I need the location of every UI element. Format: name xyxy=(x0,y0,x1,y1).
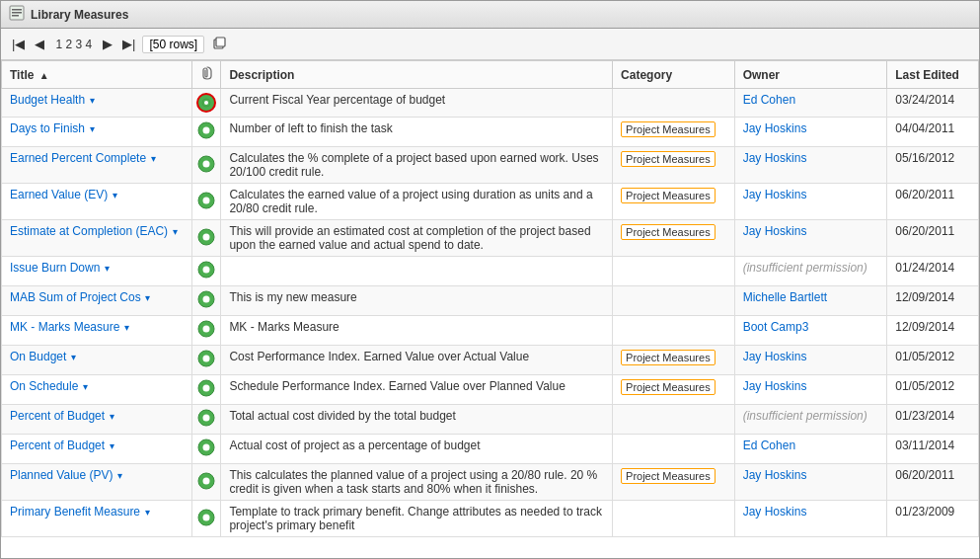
cell-icon xyxy=(191,375,221,405)
title-link[interactable]: Estimate at Completion (EAC) xyxy=(10,224,168,238)
measure-status-icon[interactable] xyxy=(197,327,215,341)
owner-link[interactable]: Jay Hoskins xyxy=(743,224,807,238)
cell-last-edited: 01/05/2012 xyxy=(887,346,979,375)
dropdown-arrow-icon[interactable]: ▾ xyxy=(143,292,151,303)
owner-link[interactable]: Jay Hoskins xyxy=(743,379,807,393)
table-row: On Budget ▾ Cost Performance Index. Earn… xyxy=(2,346,979,375)
header-description[interactable]: Description xyxy=(221,61,613,89)
measure-status-icon[interactable] xyxy=(197,445,215,459)
title-link[interactable]: On Schedule xyxy=(10,379,78,393)
dropdown-arrow-icon[interactable]: ▾ xyxy=(170,226,178,237)
table-row: Issue Burn Down ▾ (insufficient permissi… xyxy=(2,257,979,286)
owner-link[interactable]: Ed Cohen xyxy=(743,439,795,452)
measure-status-icon[interactable] xyxy=(197,162,215,176)
category-badge: Project Measures xyxy=(621,468,716,484)
owner-link[interactable]: Jay Hoskins xyxy=(743,350,807,363)
table-row: Planned Value (PV) ▾ This calculates the… xyxy=(2,464,979,501)
dropdown-arrow-icon[interactable]: ▾ xyxy=(102,263,110,274)
header-last-edited[interactable]: Last Edited xyxy=(887,61,979,89)
cell-title: Percent of Budget ▾ xyxy=(2,405,192,435)
title-link[interactable]: Issue Burn Down xyxy=(10,261,100,275)
measure-status-icon[interactable] xyxy=(197,416,215,430)
dropdown-arrow-icon[interactable]: ▾ xyxy=(87,95,95,106)
category-badge: Project Measures xyxy=(621,121,716,137)
measure-status-icon[interactable] xyxy=(197,199,215,212)
header-owner[interactable]: Owner xyxy=(734,61,887,89)
cell-title: Budget Health ▾ xyxy=(2,89,192,118)
last-page-button[interactable]: ▶| xyxy=(119,35,138,53)
cell-last-edited: 03/24/2014 xyxy=(887,89,979,118)
dropdown-arrow-icon[interactable]: ▾ xyxy=(107,440,114,451)
owner-link[interactable]: Jay Hoskins xyxy=(743,468,807,482)
dropdown-arrow-icon[interactable]: ▾ xyxy=(107,411,114,422)
owner-link[interactable]: Jay Hoskins xyxy=(743,188,807,201)
measure-status-icon[interactable] xyxy=(196,93,216,113)
cell-title: Planned Value (PV) ▾ xyxy=(2,464,192,501)
table-header-row: Title ▲ Description Category Owner Last … xyxy=(2,61,979,89)
title-link[interactable]: Earned Value (EV) xyxy=(10,188,108,201)
cell-description: Number of left to finish the task xyxy=(221,118,613,147)
cell-icon xyxy=(191,464,221,501)
first-page-button[interactable]: |◀ xyxy=(9,35,28,53)
measure-status-icon[interactable] xyxy=(197,516,215,529)
title-link[interactable]: On Budget xyxy=(10,350,66,363)
title-link[interactable]: Primary Benefit Measure xyxy=(10,505,140,519)
measure-status-icon[interactable] xyxy=(197,386,215,400)
prev-page-button[interactable]: ◀ xyxy=(32,35,47,53)
page-numbers: 1 2 3 4 xyxy=(55,38,92,51)
svg-point-33 xyxy=(202,514,209,520)
measure-status-icon[interactable] xyxy=(197,235,215,249)
dropdown-arrow-icon[interactable]: ▾ xyxy=(110,190,117,200)
title-link[interactable]: MK - Marks Measure xyxy=(10,320,119,334)
dropdown-arrow-icon[interactable]: ▾ xyxy=(121,322,129,333)
measure-status-icon[interactable] xyxy=(197,128,215,142)
cell-icon xyxy=(191,89,221,118)
cell-title: Primary Benefit Measure ▾ xyxy=(2,501,192,537)
dropdown-arrow-icon[interactable]: ▾ xyxy=(142,507,150,518)
category-badge: Project Measures xyxy=(621,350,716,365)
measure-status-icon[interactable] xyxy=(197,268,215,281)
owner-link[interactable]: Jay Hoskins xyxy=(743,151,807,165)
dropdown-arrow-icon[interactable]: ▾ xyxy=(68,352,76,362)
copy-button[interactable] xyxy=(208,33,230,55)
dropdown-arrow-icon[interactable]: ▾ xyxy=(148,153,156,164)
header-category[interactable]: Category xyxy=(613,61,735,89)
svg-point-21 xyxy=(202,326,209,333)
svg-rect-3 xyxy=(12,15,19,17)
toolbar: |◀ ◀ 1 2 3 4 ▶ ▶| [50 rows] xyxy=(1,29,979,60)
cell-last-edited: 01/23/2009 xyxy=(887,501,979,537)
cell-last-edited: 01/05/2012 xyxy=(887,375,979,405)
title-link[interactable]: Percent of Budget xyxy=(10,409,105,423)
cell-title: Earned Value (EV) ▾ xyxy=(2,184,192,220)
owner-link[interactable]: Michelle Bartlett xyxy=(743,290,827,304)
header-title[interactable]: Title ▲ xyxy=(2,61,192,89)
measure-status-icon[interactable] xyxy=(197,297,215,311)
title-link[interactable]: Days to Finish xyxy=(10,121,85,135)
next-page-button[interactable]: ▶ xyxy=(100,35,115,53)
dropdown-arrow-icon[interactable]: ▾ xyxy=(87,123,95,134)
title-link[interactable]: MAB Sum of Project Cos xyxy=(10,290,141,304)
owner-link[interactable]: Jay Hoskins xyxy=(743,121,807,135)
dropdown-arrow-icon[interactable]: ▾ xyxy=(80,381,88,392)
measure-status-icon[interactable] xyxy=(197,357,215,370)
cell-last-edited: 01/24/2014 xyxy=(887,257,979,286)
cell-last-edited: 12/09/2014 xyxy=(887,316,979,346)
owner-link[interactable]: Ed Cohen xyxy=(743,93,795,107)
title-link[interactable]: Percent of Budget xyxy=(10,439,105,452)
cell-description: This will provide an estimated cost at c… xyxy=(221,220,613,257)
svg-point-15 xyxy=(202,233,209,240)
title-link[interactable]: Planned Value (PV) xyxy=(10,468,113,482)
title-link[interactable]: Earned Percent Complete xyxy=(10,151,146,165)
owner-link[interactable]: Jay Hoskins xyxy=(743,505,807,519)
table-row: Earned Percent Complete ▾ Calculates the… xyxy=(2,147,979,184)
main-window: Library Measures |◀ ◀ 1 2 3 4 ▶ ▶| [50 r… xyxy=(0,0,980,559)
title-link[interactable]: Budget Health xyxy=(10,93,85,107)
measures-table: Title ▲ Description Category Owner Last … xyxy=(1,60,979,537)
dropdown-arrow-icon[interactable]: ▾ xyxy=(115,470,123,481)
cell-description: Cost Performance Index. Earned Value ove… xyxy=(221,346,613,375)
cell-last-edited: 05/16/2012 xyxy=(887,147,979,184)
owner-link[interactable]: Boot Camp3 xyxy=(743,320,809,334)
category-badge: Project Measures xyxy=(621,151,716,167)
measure-status-icon[interactable] xyxy=(197,479,215,493)
cell-icon xyxy=(191,220,221,257)
